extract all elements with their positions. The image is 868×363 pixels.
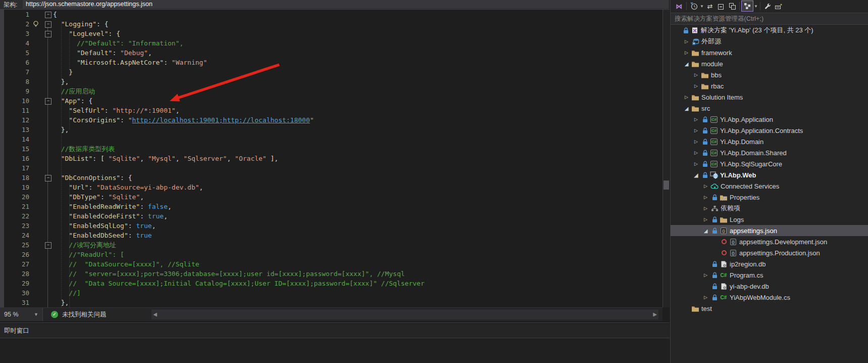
code-line-29[interactable]: 29 // "Data Source=[xxxx];Initial Catalo… <box>0 279 662 288</box>
expander-collapsed-icon[interactable]: ▷ <box>692 72 700 77</box>
tree-item-folder-solution-items[interactable]: ▷Solution Items <box>671 92 868 103</box>
vertical-scrollbar-thumb[interactable] <box>663 180 669 190</box>
code-line-16[interactable]: 16 "DbList": [ "Sqlite", "Mysql", "Sqlse… <box>0 154 662 163</box>
search-input[interactable] <box>671 13 868 24</box>
expander-collapsed-icon[interactable]: ▷ <box>692 161 700 166</box>
expander-collapsed-icon[interactable]: ▷ <box>692 128 700 133</box>
properties-wrench-icon[interactable] <box>762 1 773 11</box>
immediate-window-header[interactable]: 即时窗口 <box>0 324 670 338</box>
expander-collapsed-icon[interactable]: ▷ <box>682 95 691 100</box>
fold-collapse-box[interactable]: − <box>45 21 52 28</box>
code-line-25[interactable]: 25 //读写分离地址 <box>0 240 662 250</box>
fold-collapse-box[interactable]: − <box>45 175 52 182</box>
tree-item-project-yi-abp-web[interactable]: ◢Yi.Abp.Web <box>671 169 868 180</box>
tree-item-folder-framework[interactable]: ▷framework <box>671 47 868 58</box>
expander-collapsed-icon[interactable]: ▷ <box>701 295 710 300</box>
code-line-3[interactable]: 3 "LogLevel": { <box>0 29 662 38</box>
code-line-19[interactable]: 19 "Url": "DataSource=yi-abp-dev.db", <box>0 183 662 192</box>
code-line-28[interactable]: 28 // "server=[xxxx];port=3306;database=… <box>0 269 662 279</box>
expander-expanded-icon[interactable]: ◢ <box>682 61 691 67</box>
expander-expanded-icon[interactable]: ◢ <box>682 106 691 111</box>
tree-item-folder-rbac[interactable]: ▷rbac <box>671 80 868 92</box>
code-line-21[interactable]: 21 "EnabledReadWrite": false, <box>0 202 662 211</box>
lightbulb-icon[interactable] <box>32 20 39 27</box>
fold-collapse-box[interactable]: − <box>45 12 52 18</box>
expander-collapsed-icon[interactable]: ▷ <box>692 150 700 155</box>
scroll-right-arrow-icon[interactable]: ▶ <box>651 309 658 320</box>
tree-item-file-appsettings-production-json[interactable]: {}appsettings.Production.json <box>671 247 868 258</box>
tree-item-folder-src[interactable]: ◢src <box>671 103 868 114</box>
tree-item-folder-logs[interactable]: ▷Logs <box>671 214 868 225</box>
tree-item-file-yiabpwebmodule-cs[interactable]: ▷C#YiAbpWebModule.cs <box>671 292 868 303</box>
code-line-26[interactable]: 26 //"ReadUrl": [ <box>0 250 662 259</box>
sync-with-active-document-icon[interactable]: ⇄ <box>704 1 716 11</box>
switch-views-icon[interactable]: ⋈ <box>674 1 685 11</box>
expander-expanded-icon[interactable]: ◢ <box>701 228 710 234</box>
fold-collapse-box[interactable]: − <box>45 98 52 105</box>
code-line-15[interactable]: 15 //数据库类型列表 <box>0 144 662 154</box>
tree-item-connected-services[interactable]: ▷Connected Services <box>671 180 868 192</box>
code-line-30[interactable]: 30 //] <box>0 288 662 298</box>
tree-item-properties-node[interactable]: ▷Properties <box>671 192 868 203</box>
tree-item-project-yi-abp-application[interactable]: ▷C#Yi.Abp.Application <box>671 114 868 125</box>
code-line-23[interactable]: 23 "EnabledSqlLog": true, <box>0 221 662 231</box>
pending-changes-filter-icon[interactable] <box>688 1 699 11</box>
show-all-files-icon[interactable] <box>727 1 738 11</box>
editor-horizontal-scrollbar[interactable]: ◀ ▶ <box>151 309 658 320</box>
tree-item-external-sources[interactable]: ▷外部源 <box>671 36 868 47</box>
code-line-4[interactable]: 4 //"Default": "Information", <box>0 38 662 48</box>
code-line-22[interactable]: 22 "EnabledCodeFirst": true, <box>0 211 662 221</box>
code-line-20[interactable]: 20 "DbType": "Sqlite", <box>0 192 662 202</box>
chevron-down-icon[interactable]: ▼ <box>699 4 704 9</box>
tree-item-project-yi-abp-sqlsugarcore[interactable]: ▷C#Yi.Abp.SqlSugarCore <box>671 158 868 169</box>
panel-divider[interactable] <box>0 323 670 323</box>
code-line-14[interactable]: 14 <box>0 134 662 144</box>
expander-collapsed-icon[interactable]: ▷ <box>692 139 700 144</box>
tree-item-file-program-cs[interactable]: ▷C#Program.cs <box>671 269 868 281</box>
code-line-10[interactable]: 10 "App": { <box>0 96 662 106</box>
immediate-window-content[interactable] <box>0 338 670 363</box>
code-line-17[interactable]: 17 <box>0 163 662 173</box>
code-line-9[interactable]: 9 //应用启动 <box>0 86 662 96</box>
tree-item-project-yi-abp-application-contracts[interactable]: ▷C#Yi.Abp.Application.Contracts <box>671 125 868 136</box>
expander-expanded-icon[interactable]: ◢ <box>692 172 700 178</box>
code-line-24[interactable]: 24 "EnabledDbSeed": true <box>0 231 662 240</box>
track-active-item-icon[interactable] <box>741 1 753 12</box>
tree-item-folder-test[interactable]: test <box>671 303 868 314</box>
expander-collapsed-icon[interactable]: ▷ <box>692 117 700 122</box>
expander-collapsed-icon[interactable]: ▷ <box>701 206 710 211</box>
expander-collapsed-icon[interactable]: ▷ <box>701 217 710 222</box>
tree-item-file-ip2region-db[interactable]: ip2region.db <box>671 258 868 269</box>
scroll-left-arrow-icon[interactable]: ◀ <box>151 309 159 320</box>
expander-collapsed-icon[interactable]: ▷ <box>682 39 691 44</box>
code-line-8[interactable]: 8 }, <box>0 77 662 86</box>
tree-item-project-yi-abp-domain[interactable]: ▷C#Yi.Abp.Domain <box>671 136 868 147</box>
code-line-11[interactable]: 11 "SelfUrl": "http://*:19001", <box>0 106 662 115</box>
document-health-check-icon[interactable]: ✓ <box>51 311 58 318</box>
code-line-1[interactable]: 1{ <box>0 10 662 19</box>
editor-vertical-scrollbar[interactable] <box>662 10 670 307</box>
schema-url-combobox[interactable]: https://json.schemastore.org/appsettings… <box>23 0 669 9</box>
code-line-6[interactable]: 6 "Microsoft.AspNetCore": "Warning" <box>0 58 662 67</box>
expander-collapsed-icon[interactable]: ▷ <box>701 184 710 189</box>
url-link[interactable]: http://localhost:19001;http://localhost:… <box>132 116 310 124</box>
chevron-down-icon[interactable]: ▼ <box>753 4 758 9</box>
preview-selected-items-icon[interactable] <box>773 1 784 11</box>
tree-item-dependencies-node[interactable]: ▷依赖项 <box>671 203 868 214</box>
fold-collapse-box[interactable]: − <box>45 31 52 37</box>
tree-item-project-yi-abp-domain-shared[interactable]: ▷C#Yi.Abp.Domain.Shared <box>671 147 868 158</box>
collapse-all-icon[interactable] <box>716 1 727 11</box>
code-line-7[interactable]: 7 } <box>0 67 662 77</box>
code-line-18[interactable]: 18 "DbConnOptions": { <box>0 173 662 183</box>
tree-item-file-appsettings-development-json[interactable]: {}appsettings.Development.json <box>671 236 868 247</box>
code-line-27[interactable]: 27 // "DataSource=[xxxx]", //Sqlite <box>0 259 662 269</box>
code-line-31[interactable]: 31 }, <box>0 298 662 307</box>
zoom-level-combobox[interactable]: 95 % ▼ <box>0 308 43 321</box>
expander-collapsed-icon[interactable]: ▷ <box>701 273 710 278</box>
code-editor[interactable]: 1{2 "Logging": {3 "LogLevel": {4 //"Defa… <box>0 10 662 307</box>
expander-collapsed-icon[interactable]: ▷ <box>701 195 710 200</box>
code-line-13[interactable]: 13 }, <box>0 125 662 134</box>
code-line-12[interactable]: 12 "CorsOrigins": "http://localhost:1900… <box>0 115 662 125</box>
expander-collapsed-icon[interactable]: ▷ <box>682 50 691 55</box>
tree-item-file-appsettings-json[interactable]: ◢{}appsettings.json <box>671 225 868 236</box>
